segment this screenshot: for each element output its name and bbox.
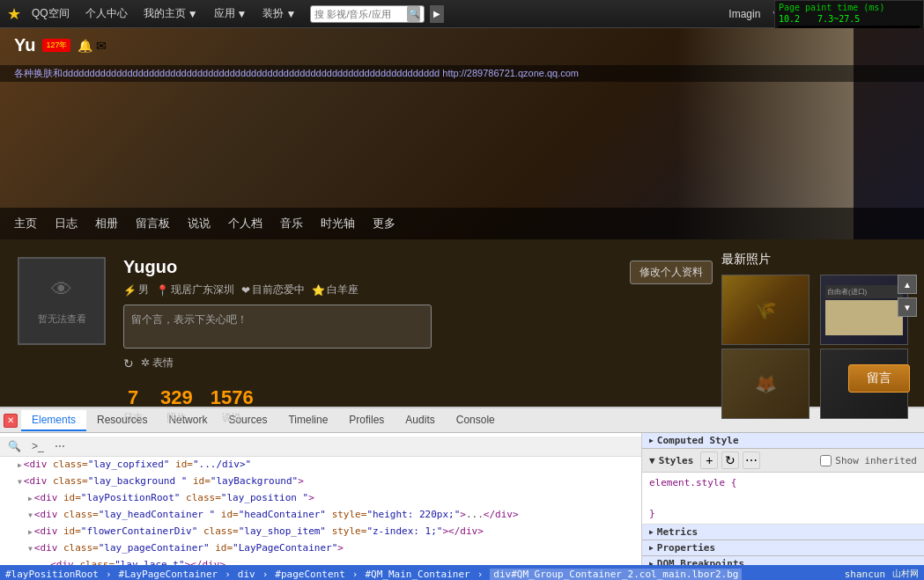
- styles-panel: ▶ Computed Style ▼ Styles + ↻ ⋯ Show inh…: [642, 433, 924, 565]
- paint-time-title: Page paint time (ms): [779, 3, 920, 12]
- sub-nav-profile[interactable]: 个人档: [228, 216, 262, 231]
- dom-line[interactable]: ▶<div class="lay_copfixed" id=".../div>": [0, 457, 641, 474]
- sub-nav-diary[interactable]: 日志: [55, 216, 78, 231]
- breadcrumb-sep: ›: [262, 569, 269, 580]
- search-box: 🔍: [310, 5, 425, 23]
- scroll-up-button[interactable]: ▲: [898, 275, 917, 294]
- properties-header[interactable]: ▶ Properties: [642, 540, 924, 556]
- show-inherited-label: Show inherited: [835, 455, 917, 466]
- profile-area: Yu 127年 🔔 ✉ 各种换肤和ddddddddddddddddddddddd…: [0, 28, 924, 239]
- emotion-button[interactable]: ✲ 表情: [141, 356, 174, 371]
- dom-panel[interactable]: 🔍 >_ ⋯ ▶<div class="lay_copfixed" id="..…: [0, 433, 642, 565]
- sub-nav-timeline[interactable]: 时光轴: [321, 216, 355, 231]
- message-button[interactable]: 留言: [848, 364, 910, 393]
- photo-thumb-1[interactable]: 🌾: [721, 275, 809, 345]
- nav-qqspace[interactable]: QQ空间: [26, 4, 75, 23]
- scroll-arrows: ▲ ▼: [898, 275, 919, 317]
- username-top: Yu: [14, 35, 35, 55]
- styles-label: Styles: [659, 455, 694, 466]
- element-style-body: [649, 489, 917, 507]
- search-button[interactable]: 🔍: [407, 6, 420, 22]
- breadcrumb-sep: ›: [225, 569, 231, 580]
- dom-line[interactable]: ▶<div id="flowerContainerDiv" class="lay…: [0, 524, 641, 540]
- photo-thumb-3[interactable]: 🦊: [721, 349, 809, 419]
- dom-line[interactable]: ▼<div class="lay_background " id="layBac…: [0, 474, 641, 490]
- top-nav-bar: ★ QQ空间 个人中心 我的主页 ▼ 应用 ▼ 装扮 ▼ 🔍 ▶ Imagin …: [0, 0, 924, 28]
- devtools-panel: ✕ Elements Resources Network Sources Tim…: [0, 407, 924, 580]
- add-style-button[interactable]: +: [700, 452, 718, 469]
- photos-grid: 🌾 自由者(进口) 🦊 👓: [721, 275, 915, 419]
- sub-nav-photos[interactable]: 相册: [95, 216, 118, 231]
- styles-title-row: ▼ Styles + ↻ ⋯: [649, 452, 760, 469]
- paint-val1: 10.2: [779, 14, 800, 24]
- breadcrumb-item-2[interactable]: div: [238, 569, 255, 580]
- photo-thumb-2[interactable]: 自由者(进口): [820, 275, 908, 345]
- refresh-icon[interactable]: ↻: [123, 356, 134, 371]
- properties-label: Properties: [657, 542, 715, 554]
- nav-apps[interactable]: 应用 ▼: [209, 4, 253, 23]
- element-style-section: element.style { }: [642, 473, 924, 525]
- tab-elements[interactable]: Elements: [21, 410, 86, 431]
- styles-triangle: ▼: [649, 455, 655, 466]
- status-count: 1576: [211, 386, 254, 409]
- site-label: shancun: [845, 569, 885, 580]
- photos-section: 最新照片 🌾 自由者(进口) 🦊 👓: [721, 252, 915, 419]
- metrics-header[interactable]: ▶ Metrics: [642, 525, 924, 540]
- stat-status: 1576 说说: [211, 386, 254, 424]
- nav-dress[interactable]: 装扮 ▼: [257, 4, 301, 23]
- meta-gender: ⚡ 男: [123, 283, 149, 297]
- dom-line[interactable]: <div class="lay_lace_t"></div>: [0, 557, 641, 565]
- computed-style-header[interactable]: ▶ Computed Style: [642, 433, 924, 449]
- inspect-button[interactable]: 🔍: [5, 439, 24, 453]
- breadcrumb-item-0[interactable]: #layPositionRoot: [5, 569, 99, 580]
- metrics-label: Metrics: [657, 526, 698, 538]
- photos-count: 329: [160, 386, 193, 409]
- more-style-button[interactable]: ⋯: [743, 452, 760, 469]
- meta-zodiac: ⭐ 白羊座: [312, 283, 359, 297]
- more-button[interactable]: ⋯: [52, 439, 68, 453]
- dom-line[interactable]: ▼<div class="lay_pageContainer" id="LayP…: [0, 540, 641, 557]
- breadcrumb-item-1[interactable]: #LayPageContainer: [119, 569, 218, 580]
- stat-diary: 7 日志: [123, 386, 143, 424]
- star-icon: ★: [7, 4, 21, 24]
- sub-nav-home[interactable]: 主页: [14, 216, 37, 231]
- paint-time-values: 10.2 7.3~27.5: [779, 14, 920, 24]
- sub-nav-music[interactable]: 音乐: [280, 216, 303, 231]
- computed-style-label: Computed Style: [657, 435, 739, 446]
- photos-label: 照片: [160, 411, 193, 424]
- computed-triangle: ▶: [649, 437, 654, 444]
- icon-1: 🔔: [78, 39, 92, 53]
- show-inherited-checkbox[interactable]: [820, 455, 832, 466]
- comment-box[interactable]: 留个言，表示下关心吧！: [123, 305, 432, 349]
- sub-nav-guestbook[interactable]: 留言板: [136, 216, 170, 231]
- refresh-style-button[interactable]: ↻: [721, 452, 739, 469]
- element-style-open: element.style {: [649, 477, 736, 488]
- dom-line[interactable]: ▼<div class="lay_headContainer " id="hea…: [0, 507, 641, 524]
- dom-toolbar: 🔍 >_ ⋯: [0, 437, 641, 457]
- console-button[interactable]: >_: [29, 439, 47, 453]
- dom-breakpoints-header[interactable]: ▶ DOM Breakpoints: [642, 556, 924, 565]
- nav-personal-center[interactable]: 个人中心: [80, 4, 133, 23]
- nav-my-home[interactable]: 我的主页 ▼: [138, 4, 203, 23]
- photos-title: 最新照片: [721, 252, 915, 268]
- breadcrumb-item-4[interactable]: #QM_Main_Container: [365, 569, 469, 580]
- sub-nav-more[interactable]: 更多: [373, 216, 395, 231]
- breadcrumb-sep: ›: [477, 569, 484, 580]
- modify-profile-button[interactable]: 修改个人资料: [630, 261, 713, 284]
- element-style-close: }: [649, 507, 917, 520]
- devtools-close-button[interactable]: ✕: [4, 414, 18, 428]
- nav-arrow-button[interactable]: ▶: [430, 5, 444, 23]
- search-input[interactable]: [314, 9, 407, 19]
- breadcrumb-item-selected[interactable]: div#QM_Group_Container_2.col_main.lbor2.…: [490, 569, 742, 580]
- paint-val2: 7.3~27.5: [817, 14, 860, 24]
- user-icons: 🔔 ✉: [78, 39, 107, 53]
- sub-nav-status[interactable]: 说说: [188, 216, 211, 231]
- diary-count: 7: [123, 386, 143, 409]
- scroll-down-button[interactable]: ▼: [898, 297, 917, 317]
- eye-icon: 👁: [38, 277, 86, 302]
- status-label: 说说: [211, 411, 254, 424]
- dom-line[interactable]: ▶<div id="layPositionRoot" class="lay_po…: [0, 490, 641, 507]
- site-suffix: 山村网: [892, 568, 919, 580]
- imagin-label[interactable]: Imagin: [723, 6, 765, 22]
- breadcrumb-item-3[interactable]: #pageContent: [275, 569, 344, 580]
